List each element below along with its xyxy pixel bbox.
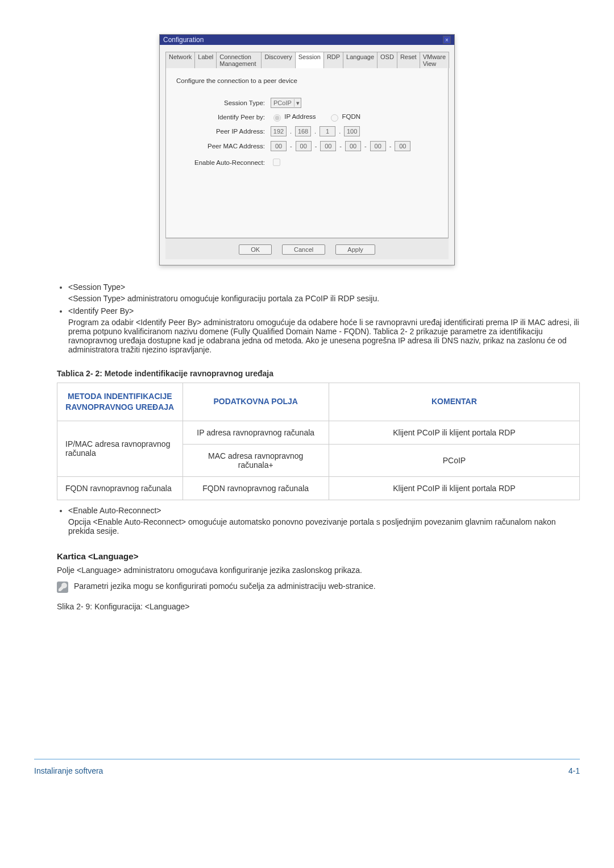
table-header-fields: PODATKOVNA POLJA <box>182 383 329 421</box>
page-footer: Instaliranje softvera 4-1 <box>34 759 580 775</box>
tab-reset[interactable]: Reset <box>397 52 420 68</box>
identification-methods-table: METODA INDENTIFIKACIJE RAVNOPRAVNOG UREĐ… <box>57 383 580 500</box>
tab-network[interactable]: Network <box>165 52 195 68</box>
dialog-title: Configuration <box>163 36 204 44</box>
cell-comment: PCoIP <box>329 444 579 476</box>
cell-field: FQDN ravnopravnog računala <box>182 476 329 500</box>
dialog-panel: Configure the connection to a peer devic… <box>165 68 449 238</box>
radio-fqdn[interactable]: FQDN <box>328 113 360 122</box>
dialog-instruction: Configure the connection to a peer devic… <box>176 77 440 84</box>
bullet-head: <Enable Auto-Reconnect> <box>68 506 161 515</box>
table-header-method: METODA INDENTIFIKACIJE RAVNOPRAVNOG UREĐ… <box>57 383 183 421</box>
wrench-icon <box>57 582 68 593</box>
close-icon[interactable]: × <box>443 36 451 44</box>
label-enable-auto-reconnect: Enable Auto-Reconnect: <box>174 159 271 166</box>
section-heading-language: Kartica <Language> <box>57 551 580 561</box>
bullet-body: <Session Type> administratoru omogućuje … <box>68 294 580 303</box>
chevron-down-icon: ▾ <box>294 99 300 107</box>
bullet-session-type: <Session Type> <Session Type> administra… <box>68 283 580 303</box>
cell-field: MAC adresa ravnopravnog računala+ <box>182 444 329 476</box>
note-text: Parametri jezika mogu se konfigurirati p… <box>74 582 376 591</box>
bullet-body: Opcija <Enable Auto-Reconnect> omogućuje… <box>68 517 580 535</box>
session-type-value: PCoIP <box>273 99 292 107</box>
ok-button[interactable]: OK <box>239 244 272 255</box>
tab-session[interactable]: Session <box>295 52 324 68</box>
apply-button[interactable]: Apply <box>335 244 375 255</box>
table-row: IP/MAC adresa ravnopravnog računala IP a… <box>57 421 580 444</box>
bullet-body: Program za odabir <Identify Peer By> adm… <box>68 318 580 354</box>
enable-auto-reconnect-checkbox[interactable] <box>273 159 280 166</box>
tab-label[interactable]: Label <box>194 52 217 68</box>
cell-method: IP/MAC adresa ravnopravnog računala <box>57 421 183 476</box>
session-type-select[interactable]: PCoIP ▾ <box>271 98 301 108</box>
note: Parametri jezika mogu se konfigurirati p… <box>57 582 580 593</box>
label-peer-mac: Peer MAC Address: <box>174 143 271 149</box>
table-header-comment: KOMENTAR <box>329 383 579 421</box>
cell-field: IP adresa ravnopravnog računala <box>182 421 329 444</box>
tab-vmware-view[interactable]: VMware View <box>420 52 449 68</box>
configuration-dialog: Configuration × Network Label Connection… <box>159 34 455 265</box>
tab-osd[interactable]: OSD <box>377 52 397 68</box>
label-peer-ip: Peer IP Address: <box>174 128 271 135</box>
tab-language[interactable]: Language <box>343 52 377 68</box>
table-row: FQDN ravnopravnog računala FQDN ravnopra… <box>57 476 580 500</box>
label-session-type: Session Type: <box>174 99 271 106</box>
cancel-button[interactable]: Cancel <box>282 244 325 255</box>
tab-discovery[interactable]: Discovery <box>261 52 295 68</box>
cell-comment: Klijent PCoIP ili klijent portala RDP <box>329 476 579 500</box>
radio-ip-address[interactable]: IP Address <box>271 113 316 122</box>
peer-mac-input[interactable]: 00- 00- 00- 00- 00- 00 <box>271 141 410 151</box>
dialog-tabs: Network Label Connection Management Disc… <box>165 52 449 68</box>
cell-comment: Klijent PCoIP ili klijent portala RDP <box>329 421 579 444</box>
footer-page-number: 4-1 <box>569 766 580 775</box>
bullet-head: <Identify Peer By> <box>68 306 134 315</box>
cell-method: FQDN ravnopravnog računala <box>57 476 183 500</box>
tab-connection-management[interactable]: Connection Management <box>216 52 262 68</box>
bullet-head: <Session Type> <box>68 283 125 292</box>
section-paragraph: Polje <Language> administratoru omogućav… <box>57 566 580 575</box>
bullet-enable-auto-reconnect: <Enable Auto-Reconnect> Opcija <Enable A… <box>68 506 580 535</box>
footer-section-title: Instaliranje softvera <box>34 766 103 775</box>
label-identify-peer-by: Identify Peer by: <box>174 114 271 121</box>
bullet-identify-peer: <Identify Peer By> Program za odabir <Id… <box>68 306 580 354</box>
dialog-titlebar: Configuration × <box>160 35 454 45</box>
table-caption: Tablica 2- 2: Metode indentifikacije rav… <box>34 369 580 378</box>
peer-ip-input[interactable]: 192. 168. 1. 100 <box>271 126 360 136</box>
figure-caption: Slika 2- 9: Konfiguracija: <Language> <box>57 602 580 611</box>
tab-rdp[interactable]: RDP <box>323 52 343 68</box>
